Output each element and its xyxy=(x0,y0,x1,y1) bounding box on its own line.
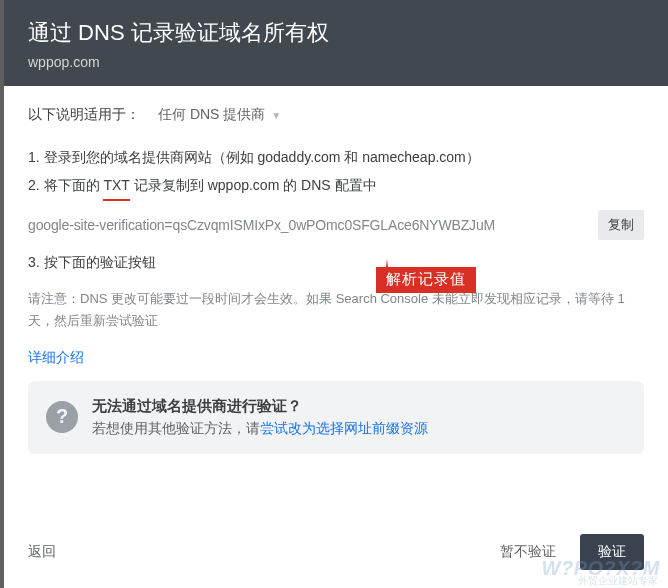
dialog-footer: 返回 暂不验证 验证 xyxy=(4,519,668,588)
note-text: 请注意：DNS 更改可能要过一段时间才会生效。如果 Search Console… xyxy=(28,288,644,332)
provider-label: 以下说明适用于： xyxy=(28,106,140,124)
txt-record-row: google-site-verification=qsCzvqmISMIxPx_… xyxy=(28,210,644,240)
dialog: 通过 DNS 记录验证域名所有权 wppop.com 以下说明适用于： 任何 D… xyxy=(4,0,668,588)
info-box: ? 无法通过域名提供商进行验证？ 若想使用其他验证方法，请尝试改为选择网址前缀资… xyxy=(28,381,644,454)
steps: 1. 登录到您的域名提供商网站（例如 godaddy.com 和 nameche… xyxy=(28,146,644,198)
step-2: 2. 将下面的 TXT 记录复制到 wppop.com 的 DNS 配置中 xyxy=(28,174,644,198)
back-button[interactable]: 返回 xyxy=(28,543,56,561)
info-text: 若想使用其他验证方法，请尝试改为选择网址前缀资源 xyxy=(92,420,626,438)
info-text-pre: 若想使用其他验证方法，请 xyxy=(92,420,260,436)
step-3: 3. 按下面的验证按钮 xyxy=(28,254,644,272)
question-icon: ? xyxy=(46,401,78,433)
verify-later-button[interactable]: 暂不验证 xyxy=(500,543,556,561)
annotation-label: 解析记录值 xyxy=(376,267,476,293)
copy-button[interactable]: 复制 xyxy=(598,210,644,240)
step-2-post: 记录复制到 wppop.com 的 DNS 配置中 xyxy=(130,177,377,193)
step-1: 1. 登录到您的域名提供商网站（例如 godaddy.com 和 nameche… xyxy=(28,146,644,170)
dialog-subtitle: wppop.com xyxy=(28,54,644,70)
step-2-pre: 2. 将下面的 xyxy=(28,177,103,193)
provider-select[interactable]: 任何 DNS 提供商 ▼ xyxy=(158,106,281,124)
verify-button[interactable]: 验证 xyxy=(580,534,644,570)
txt-label: TXT xyxy=(103,174,129,198)
chevron-down-icon: ▼ xyxy=(271,110,281,121)
info-link[interactable]: 尝试改为选择网址前缀资源 xyxy=(260,420,428,436)
info-content: 无法通过域名提供商进行验证？ 若想使用其他验证方法，请尝试改为选择网址前缀资源 xyxy=(92,397,626,438)
info-title: 无法通过域名提供商进行验证？ xyxy=(92,397,626,416)
provider-value: 任何 DNS 提供商 xyxy=(158,106,265,124)
dialog-content: 以下说明适用于： 任何 DNS 提供商 ▼ 1. 登录到您的域名提供商网站（例如… xyxy=(4,86,668,519)
dialog-header: 通过 DNS 记录验证域名所有权 wppop.com xyxy=(4,0,668,86)
details-link[interactable]: 详细介绍 xyxy=(28,349,84,367)
dialog-title: 通过 DNS 记录验证域名所有权 xyxy=(28,18,644,48)
provider-row: 以下说明适用于： 任何 DNS 提供商 ▼ xyxy=(28,106,644,124)
txt-record-value[interactable]: google-site-verification=qsCzvqmISMIxPx_… xyxy=(28,217,598,233)
